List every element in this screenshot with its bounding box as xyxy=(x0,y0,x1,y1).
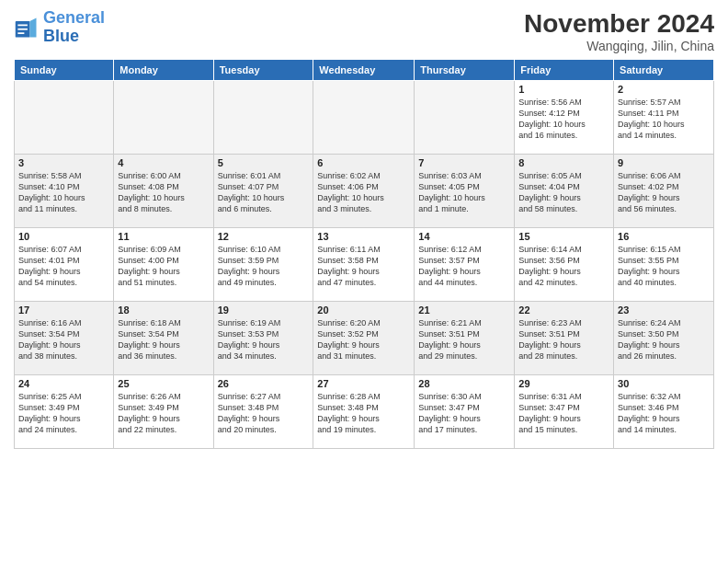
day-info: Sunrise: 6:15 AM Sunset: 3:55 PM Dayligh… xyxy=(618,244,710,289)
day-info: Sunrise: 6:01 AM Sunset: 4:07 PM Dayligh… xyxy=(218,170,310,215)
day-info: Sunrise: 5:57 AM Sunset: 4:11 PM Dayligh… xyxy=(618,97,710,142)
calendar-day-cell: 19Sunrise: 6:19 AM Sunset: 3:53 PM Dayli… xyxy=(213,302,313,375)
header-thursday: Thursday xyxy=(415,60,515,81)
day-info: Sunrise: 6:24 AM Sunset: 3:50 PM Dayligh… xyxy=(618,317,710,362)
day-number: 15 xyxy=(518,231,609,242)
logo: General Blue xyxy=(14,9,105,46)
calendar-day-cell: 25Sunrise: 6:26 AM Sunset: 3:49 PM Dayli… xyxy=(114,375,213,449)
calendar-day-cell: 30Sunrise: 6:32 AM Sunset: 3:46 PM Dayli… xyxy=(614,375,714,449)
day-number: 20 xyxy=(317,304,410,316)
calendar-day-cell xyxy=(15,81,114,155)
location: Wangqing, Jilin, China xyxy=(524,39,714,53)
day-info: Sunrise: 6:28 AM Sunset: 3:48 PM Dayligh… xyxy=(317,391,410,436)
calendar-day-cell: 24Sunrise: 6:25 AM Sunset: 3:49 PM Dayli… xyxy=(15,375,114,449)
day-info: Sunrise: 6:16 AM Sunset: 3:54 PM Dayligh… xyxy=(18,317,109,362)
calendar-day-cell xyxy=(313,81,415,155)
calendar-week-row: 10Sunrise: 6:07 AM Sunset: 4:01 PM Dayli… xyxy=(15,228,714,302)
calendar-day-cell xyxy=(213,81,313,155)
calendar-day-cell: 21Sunrise: 6:21 AM Sunset: 3:51 PM Dayli… xyxy=(415,302,515,375)
day-number: 26 xyxy=(218,378,310,389)
calendar-day-cell: 17Sunrise: 6:16 AM Sunset: 3:54 PM Dayli… xyxy=(15,302,114,375)
calendar-day-cell: 8Sunrise: 6:05 AM Sunset: 4:04 PM Daylig… xyxy=(515,155,614,228)
logo-text: General Blue xyxy=(43,9,105,46)
month-title: November 2024 xyxy=(524,9,714,39)
day-number: 10 xyxy=(18,231,109,242)
calendar-day-cell: 15Sunrise: 6:14 AM Sunset: 3:56 PM Dayli… xyxy=(515,228,614,302)
day-number: 18 xyxy=(118,304,209,316)
day-number: 21 xyxy=(418,304,510,316)
calendar-day-cell xyxy=(114,81,213,155)
calendar-day-cell: 2Sunrise: 5:57 AM Sunset: 4:11 PM Daylig… xyxy=(614,81,714,155)
calendar: Sunday Monday Tuesday Wednesday Thursday… xyxy=(14,59,714,449)
header-wednesday: Wednesday xyxy=(313,60,415,81)
logo-icon xyxy=(14,15,40,40)
calendar-day-cell: 11Sunrise: 6:09 AM Sunset: 4:00 PM Dayli… xyxy=(114,228,213,302)
day-info: Sunrise: 6:09 AM Sunset: 4:00 PM Dayligh… xyxy=(118,244,209,289)
calendar-day-cell: 29Sunrise: 6:31 AM Sunset: 3:47 PM Dayli… xyxy=(515,375,614,449)
calendar-day-cell: 6Sunrise: 6:02 AM Sunset: 4:06 PM Daylig… xyxy=(313,155,415,228)
day-number: 16 xyxy=(618,231,710,242)
calendar-day-cell: 26Sunrise: 6:27 AM Sunset: 3:48 PM Dayli… xyxy=(213,375,313,449)
day-number: 14 xyxy=(418,231,510,242)
day-info: Sunrise: 6:14 AM Sunset: 3:56 PM Dayligh… xyxy=(518,244,609,289)
calendar-week-row: 24Sunrise: 6:25 AM Sunset: 3:49 PM Dayli… xyxy=(15,375,714,449)
header-sunday: Sunday xyxy=(15,60,114,81)
calendar-day-cell: 22Sunrise: 6:23 AM Sunset: 3:51 PM Dayli… xyxy=(515,302,614,375)
day-number: 30 xyxy=(618,378,710,389)
day-number: 9 xyxy=(618,157,710,168)
day-info: Sunrise: 6:03 AM Sunset: 4:05 PM Dayligh… xyxy=(418,170,510,215)
day-number: 5 xyxy=(218,157,310,168)
day-number: 23 xyxy=(618,304,710,316)
day-number: 28 xyxy=(418,378,510,389)
calendar-day-cell: 16Sunrise: 6:15 AM Sunset: 3:55 PM Dayli… xyxy=(614,228,714,302)
day-number: 27 xyxy=(317,378,410,389)
day-number: 1 xyxy=(518,84,609,95)
page: General Blue November 2024 Wangqing, Jil… xyxy=(0,0,728,563)
day-info: Sunrise: 6:21 AM Sunset: 3:51 PM Dayligh… xyxy=(418,317,510,362)
day-number: 2 xyxy=(618,84,710,95)
calendar-day-cell: 10Sunrise: 6:07 AM Sunset: 4:01 PM Dayli… xyxy=(15,228,114,302)
calendar-day-cell: 9Sunrise: 6:06 AM Sunset: 4:02 PM Daylig… xyxy=(614,155,714,228)
svg-rect-4 xyxy=(17,32,24,34)
day-info: Sunrise: 6:19 AM Sunset: 3:53 PM Dayligh… xyxy=(218,317,310,362)
calendar-week-row: 1Sunrise: 5:56 AM Sunset: 4:12 PM Daylig… xyxy=(15,81,714,155)
day-info: Sunrise: 6:06 AM Sunset: 4:02 PM Dayligh… xyxy=(618,170,710,215)
day-number: 22 xyxy=(518,304,609,316)
day-info: Sunrise: 6:27 AM Sunset: 3:48 PM Dayligh… xyxy=(218,391,310,436)
calendar-day-cell: 18Sunrise: 6:18 AM Sunset: 3:54 PM Dayli… xyxy=(114,302,213,375)
day-info: Sunrise: 6:26 AM Sunset: 3:49 PM Dayligh… xyxy=(118,391,209,436)
day-number: 13 xyxy=(317,231,410,242)
day-info: Sunrise: 5:58 AM Sunset: 4:10 PM Dayligh… xyxy=(18,170,109,215)
day-number: 11 xyxy=(118,231,209,242)
header-saturday: Saturday xyxy=(614,60,714,81)
calendar-day-cell: 3Sunrise: 5:58 AM Sunset: 4:10 PM Daylig… xyxy=(15,155,114,228)
calendar-week-row: 3Sunrise: 5:58 AM Sunset: 4:10 PM Daylig… xyxy=(15,155,714,228)
title-area: November 2024 Wangqing, Jilin, China xyxy=(524,9,714,53)
day-number: 29 xyxy=(518,378,609,389)
header-tuesday: Tuesday xyxy=(213,60,313,81)
day-number: 8 xyxy=(518,157,609,168)
day-number: 4 xyxy=(118,157,209,168)
calendar-day-cell: 14Sunrise: 6:12 AM Sunset: 3:57 PM Dayli… xyxy=(415,228,515,302)
calendar-day-cell: 27Sunrise: 6:28 AM Sunset: 3:48 PM Dayli… xyxy=(313,375,415,449)
day-number: 19 xyxy=(218,304,310,316)
svg-rect-3 xyxy=(17,29,28,30)
logo-line2: Blue xyxy=(43,28,105,46)
day-info: Sunrise: 6:30 AM Sunset: 3:47 PM Dayligh… xyxy=(418,391,510,436)
calendar-week-row: 17Sunrise: 6:16 AM Sunset: 3:54 PM Dayli… xyxy=(15,302,714,375)
day-number: 25 xyxy=(118,378,209,389)
calendar-day-cell xyxy=(415,81,515,155)
day-info: Sunrise: 6:02 AM Sunset: 4:06 PM Dayligh… xyxy=(317,170,410,215)
header-monday: Monday xyxy=(114,60,213,81)
calendar-day-cell: 1Sunrise: 5:56 AM Sunset: 4:12 PM Daylig… xyxy=(515,81,614,155)
day-number: 6 xyxy=(317,157,410,168)
day-info: Sunrise: 6:07 AM Sunset: 4:01 PM Dayligh… xyxy=(18,244,109,289)
day-number: 17 xyxy=(18,304,109,316)
day-number: 3 xyxy=(18,157,109,168)
calendar-day-cell: 7Sunrise: 6:03 AM Sunset: 4:05 PM Daylig… xyxy=(415,155,515,228)
day-info: Sunrise: 5:56 AM Sunset: 4:12 PM Dayligh… xyxy=(518,97,609,142)
day-info: Sunrise: 6:32 AM Sunset: 3:46 PM Dayligh… xyxy=(618,391,710,436)
calendar-header-row: Sunday Monday Tuesday Wednesday Thursday… xyxy=(15,60,714,81)
calendar-day-cell: 12Sunrise: 6:10 AM Sunset: 3:59 PM Dayli… xyxy=(213,228,313,302)
day-info: Sunrise: 6:11 AM Sunset: 3:58 PM Dayligh… xyxy=(317,244,410,289)
